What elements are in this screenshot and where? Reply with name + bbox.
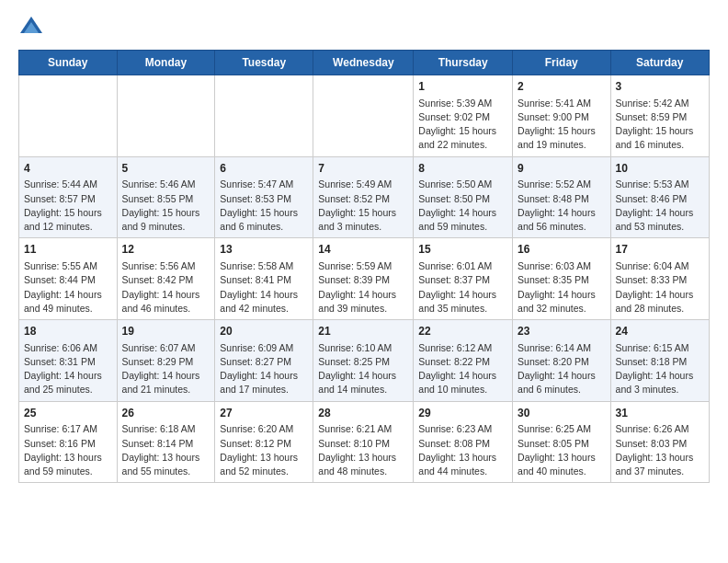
day-number: 14 [318,242,408,258]
weekday-thursday: Thursday [414,51,513,75]
day-cell: 31Sunrise: 6:26 AMSunset: 8:03 PMDayligh… [610,401,709,483]
day-cell: 4Sunrise: 5:44 AMSunset: 8:57 PMDaylight… [19,156,118,238]
day-number: 1 [418,79,507,95]
day-cell: 21Sunrise: 6:10 AMSunset: 8:25 PMDayligh… [313,320,414,402]
day-info: Sunrise: 5:42 AMSunset: 8:59 PMDaylight:… [616,97,704,153]
logo [18,15,46,40]
day-number: 31 [616,406,704,421]
day-number: 16 [518,242,606,258]
week-row-5: 25Sunrise: 6:17 AMSunset: 8:16 PMDayligh… [19,401,710,483]
day-cell: 27Sunrise: 6:20 AMSunset: 8:12 PMDayligh… [215,401,313,483]
week-row-3: 11Sunrise: 5:55 AMSunset: 8:44 PMDayligh… [19,238,710,320]
day-cell: 18Sunrise: 6:06 AMSunset: 8:31 PMDayligh… [19,320,118,402]
week-row-4: 18Sunrise: 6:06 AMSunset: 8:31 PMDayligh… [19,320,710,402]
day-info: Sunrise: 5:46 AMSunset: 8:55 PMDaylight:… [122,178,210,234]
day-number: 15 [418,242,507,258]
day-info: Sunrise: 5:50 AMSunset: 8:50 PMDaylight:… [418,178,507,234]
weekday-tuesday: Tuesday [215,51,313,75]
day-info: Sunrise: 6:14 AMSunset: 8:20 PMDaylight:… [518,341,606,397]
day-number: 17 [616,242,704,258]
day-info: Sunrise: 6:01 AMSunset: 8:37 PMDaylight:… [418,259,507,316]
day-number: 30 [518,406,606,421]
day-cell: 17Sunrise: 6:04 AMSunset: 8:33 PMDayligh… [610,238,709,320]
day-cell: 9Sunrise: 5:52 AMSunset: 8:48 PMDaylight… [513,156,611,238]
day-cell: 16Sunrise: 6:03 AMSunset: 8:35 PMDayligh… [513,238,611,320]
day-info: Sunrise: 6:04 AMSunset: 8:33 PMDaylight:… [616,259,704,316]
day-info: Sunrise: 6:15 AMSunset: 8:18 PMDaylight:… [616,341,704,397]
day-cell: 30Sunrise: 6:25 AMSunset: 8:05 PMDayligh… [513,401,611,483]
day-number: 27 [220,406,308,421]
day-number: 25 [24,406,112,421]
day-cell: 26Sunrise: 6:18 AMSunset: 8:14 PMDayligh… [117,401,215,483]
day-cell: 2Sunrise: 5:41 AMSunset: 9:00 PMDaylight… [513,75,611,157]
day-info: Sunrise: 6:03 AMSunset: 8:35 PMDaylight:… [518,259,606,316]
weekday-header-row: SundayMondayTuesdayWednesdayThursdayFrid… [19,51,710,75]
day-cell: 13Sunrise: 5:58 AMSunset: 8:41 PMDayligh… [215,238,313,320]
day-info: Sunrise: 5:53 AMSunset: 8:46 PMDaylight:… [616,178,704,234]
day-info: Sunrise: 6:25 AMSunset: 8:05 PMDaylight:… [518,422,606,478]
weekday-sunday: Sunday [19,51,118,75]
weekday-friday: Friday [513,51,611,75]
day-number: 26 [122,406,210,421]
day-cell [215,75,313,157]
day-info: Sunrise: 5:55 AMSunset: 8:44 PMDaylight:… [24,259,112,316]
header [18,15,710,40]
week-row-1: 1Sunrise: 5:39 AMSunset: 9:02 PMDaylight… [19,75,710,157]
calendar-table: SundayMondayTuesdayWednesdayThursdayFrid… [18,50,710,483]
day-number: 3 [616,79,704,95]
day-info: Sunrise: 5:44 AMSunset: 8:57 PMDaylight:… [24,178,112,234]
day-cell: 19Sunrise: 6:07 AMSunset: 8:29 PMDayligh… [117,320,215,402]
day-cell: 3Sunrise: 5:42 AMSunset: 8:59 PMDaylight… [610,75,709,157]
day-info: Sunrise: 6:23 AMSunset: 8:08 PMDaylight:… [418,422,507,478]
day-number: 20 [220,324,308,339]
day-cell: 11Sunrise: 5:55 AMSunset: 8:44 PMDayligh… [19,238,118,320]
day-number: 24 [616,324,704,339]
day-info: Sunrise: 6:06 AMSunset: 8:31 PMDaylight:… [24,341,112,397]
day-cell [19,75,118,157]
weekday-wednesday: Wednesday [313,51,414,75]
day-number: 21 [318,324,408,339]
day-number: 5 [122,161,210,177]
day-cell: 23Sunrise: 6:14 AMSunset: 8:20 PMDayligh… [513,320,611,402]
day-cell: 14Sunrise: 5:59 AMSunset: 8:39 PMDayligh… [313,238,414,320]
day-info: Sunrise: 5:41 AMSunset: 9:00 PMDaylight:… [518,97,606,153]
day-cell: 8Sunrise: 5:50 AMSunset: 8:50 PMDaylight… [414,156,513,238]
day-info: Sunrise: 5:47 AMSunset: 8:53 PMDaylight:… [220,178,308,234]
day-number: 8 [418,161,507,177]
logo-icon [18,15,44,40]
day-info: Sunrise: 6:12 AMSunset: 8:22 PMDaylight:… [418,341,507,397]
day-info: Sunrise: 5:56 AMSunset: 8:42 PMDaylight:… [122,259,210,316]
day-number: 11 [24,242,112,258]
day-cell [117,75,215,157]
day-cell: 7Sunrise: 5:49 AMSunset: 8:52 PMDaylight… [313,156,414,238]
day-number: 18 [24,324,112,339]
day-cell: 10Sunrise: 5:53 AMSunset: 8:46 PMDayligh… [610,156,709,238]
weekday-saturday: Saturday [610,51,709,75]
day-number: 4 [24,161,112,177]
day-cell: 28Sunrise: 6:21 AMSunset: 8:10 PMDayligh… [313,401,414,483]
day-cell: 15Sunrise: 6:01 AMSunset: 8:37 PMDayligh… [414,238,513,320]
week-row-2: 4Sunrise: 5:44 AMSunset: 8:57 PMDaylight… [19,156,710,238]
day-info: Sunrise: 5:39 AMSunset: 9:02 PMDaylight:… [418,97,507,153]
page: SundayMondayTuesdayWednesdayThursdayFrid… [0,0,728,498]
day-info: Sunrise: 6:09 AMSunset: 8:27 PMDaylight:… [220,341,308,397]
day-number: 28 [318,406,408,421]
day-number: 2 [518,79,606,95]
day-info: Sunrise: 6:26 AMSunset: 8:03 PMDaylight:… [616,422,704,478]
day-info: Sunrise: 6:18 AMSunset: 8:14 PMDaylight:… [122,422,210,478]
day-info: Sunrise: 5:52 AMSunset: 8:48 PMDaylight:… [518,178,606,234]
day-info: Sunrise: 6:21 AMSunset: 8:10 PMDaylight:… [318,422,408,478]
day-number: 19 [122,324,210,339]
day-info: Sunrise: 6:17 AMSunset: 8:16 PMDaylight:… [24,422,112,478]
day-number: 29 [418,406,507,421]
day-number: 7 [318,161,408,177]
day-cell: 6Sunrise: 5:47 AMSunset: 8:53 PMDaylight… [215,156,313,238]
day-number: 22 [418,324,507,339]
day-info: Sunrise: 6:20 AMSunset: 8:12 PMDaylight:… [220,422,308,478]
day-number: 9 [518,161,606,177]
day-cell: 25Sunrise: 6:17 AMSunset: 8:16 PMDayligh… [19,401,118,483]
day-cell: 24Sunrise: 6:15 AMSunset: 8:18 PMDayligh… [610,320,709,402]
day-cell: 22Sunrise: 6:12 AMSunset: 8:22 PMDayligh… [414,320,513,402]
day-number: 13 [220,242,308,258]
day-info: Sunrise: 5:59 AMSunset: 8:39 PMDaylight:… [318,259,408,316]
